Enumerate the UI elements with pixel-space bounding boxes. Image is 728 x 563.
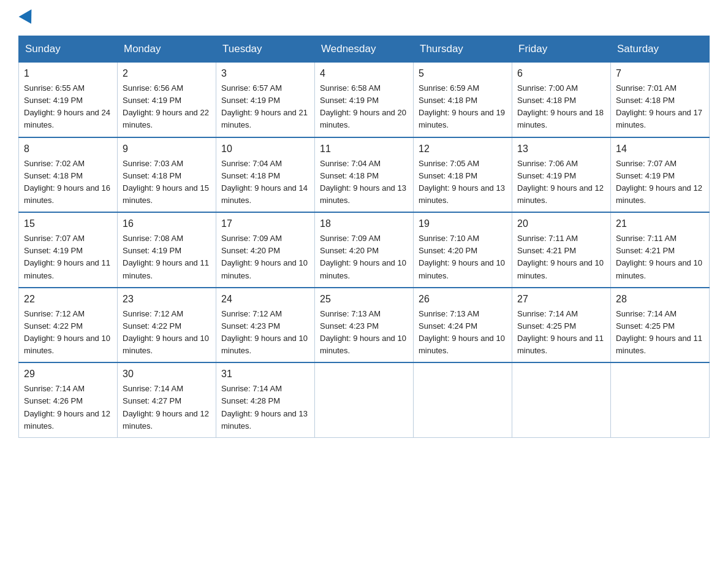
calendar-cell: 9 Sunrise: 7:03 AMSunset: 4:18 PMDayligh…: [118, 137, 216, 213]
day-info: Sunrise: 7:06 AMSunset: 4:19 PMDaylight:…: [517, 159, 604, 205]
day-number: 23: [123, 292, 211, 307]
day-number: 31: [221, 367, 309, 381]
calendar-week-row: 8 Sunrise: 7:02 AMSunset: 4:18 PMDayligh…: [19, 137, 710, 213]
day-number: 17: [221, 216, 309, 231]
day-info: Sunrise: 7:13 AMSunset: 4:23 PMDaylight:…: [320, 309, 406, 355]
day-info: Sunrise: 7:05 AMSunset: 4:18 PMDaylight:…: [419, 159, 505, 205]
day-info: Sunrise: 7:00 AMSunset: 4:18 PMDaylight:…: [517, 83, 604, 129]
calendar-cell: 24 Sunrise: 7:12 AMSunset: 4:23 PMDaylig…: [216, 288, 315, 363]
day-info: Sunrise: 7:11 AMSunset: 4:21 PMDaylight:…: [517, 234, 604, 280]
calendar-cell: 14 Sunrise: 7:07 AMSunset: 4:19 PMDaylig…: [611, 137, 710, 213]
day-info: Sunrise: 7:14 AMSunset: 4:25 PMDaylight:…: [517, 309, 604, 355]
calendar-cell: [512, 362, 611, 437]
calendar-cell: 29 Sunrise: 7:14 AMSunset: 4:26 PMDaylig…: [19, 362, 118, 437]
day-info: Sunrise: 6:57 AMSunset: 4:19 PMDaylight:…: [221, 83, 308, 129]
day-number: 27: [517, 292, 605, 307]
calendar-cell: 26 Sunrise: 7:13 AMSunset: 4:24 PMDaylig…: [414, 288, 512, 363]
day-number: 13: [517, 142, 605, 156]
weekday-header-friday: Friday: [512, 36, 611, 62]
day-number: 10: [221, 142, 309, 156]
day-info: Sunrise: 7:14 AMSunset: 4:26 PMDaylight:…: [24, 384, 110, 430]
day-info: Sunrise: 7:14 AMSunset: 4:28 PMDaylight:…: [221, 384, 308, 430]
calendar-cell: 12 Sunrise: 7:05 AMSunset: 4:18 PMDaylig…: [414, 137, 512, 213]
calendar-cell: 15 Sunrise: 7:07 AMSunset: 4:19 PMDaylig…: [19, 212, 118, 288]
calendar-cell: 8 Sunrise: 7:02 AMSunset: 4:18 PMDayligh…: [19, 137, 118, 213]
calendar-cell: 4 Sunrise: 6:58 AMSunset: 4:19 PMDayligh…: [315, 62, 414, 137]
day-number: 19: [419, 216, 507, 231]
calendar-cell: 13 Sunrise: 7:06 AMSunset: 4:19 PMDaylig…: [512, 137, 611, 213]
day-info: Sunrise: 7:02 AMSunset: 4:18 PMDaylight:…: [24, 159, 110, 205]
day-number: 4: [320, 66, 408, 81]
day-info: Sunrise: 7:12 AMSunset: 4:23 PMDaylight:…: [221, 309, 308, 355]
calendar-cell: 10 Sunrise: 7:04 AMSunset: 4:18 PMDaylig…: [216, 137, 315, 213]
calendar-cell: 1 Sunrise: 6:55 AMSunset: 4:19 PMDayligh…: [19, 62, 118, 137]
day-info: Sunrise: 7:08 AMSunset: 4:19 PMDaylight:…: [123, 234, 209, 280]
day-number: 28: [616, 292, 704, 307]
day-number: 20: [517, 216, 605, 231]
day-number: 29: [24, 367, 112, 381]
weekday-header-saturday: Saturday: [611, 36, 710, 62]
day-info: Sunrise: 6:58 AMSunset: 4:19 PMDaylight:…: [320, 83, 406, 129]
calendar-week-row: 29 Sunrise: 7:14 AMSunset: 4:26 PMDaylig…: [19, 362, 710, 437]
logo-triangle-icon: [19, 9, 38, 27]
day-number: 6: [517, 66, 605, 81]
calendar-cell: 31 Sunrise: 7:14 AMSunset: 4:28 PMDaylig…: [216, 362, 315, 437]
day-info: Sunrise: 7:04 AMSunset: 4:18 PMDaylight:…: [320, 159, 406, 205]
day-number: 16: [123, 216, 211, 231]
day-number: 2: [123, 66, 211, 81]
day-number: 1: [24, 66, 112, 81]
calendar-cell: 11 Sunrise: 7:04 AMSunset: 4:18 PMDaylig…: [315, 137, 414, 213]
day-info: Sunrise: 7:12 AMSunset: 4:22 PMDaylight:…: [24, 309, 110, 355]
calendar-cell: 28 Sunrise: 7:14 AMSunset: 4:25 PMDaylig…: [611, 288, 710, 363]
weekday-header-monday: Monday: [118, 36, 216, 62]
calendar-cell: 21 Sunrise: 7:11 AMSunset: 4:21 PMDaylig…: [611, 212, 710, 288]
calendar-cell: 23 Sunrise: 7:12 AMSunset: 4:22 PMDaylig…: [118, 288, 216, 363]
weekday-header-tuesday: Tuesday: [216, 36, 315, 62]
calendar-cell: 6 Sunrise: 7:00 AMSunset: 4:18 PMDayligh…: [512, 62, 611, 137]
calendar-cell: 2 Sunrise: 6:56 AMSunset: 4:19 PMDayligh…: [118, 62, 216, 137]
day-info: Sunrise: 7:04 AMSunset: 4:18 PMDaylight:…: [221, 159, 308, 205]
day-info: Sunrise: 6:59 AMSunset: 4:18 PMDaylight:…: [419, 83, 505, 129]
calendar-cell: [611, 362, 710, 437]
page-header: [18, 12, 710, 25]
day-info: Sunrise: 7:07 AMSunset: 4:19 PMDaylight:…: [24, 234, 110, 280]
day-info: Sunrise: 6:55 AMSunset: 4:19 PMDaylight:…: [24, 83, 110, 129]
day-number: 11: [320, 142, 408, 156]
calendar-week-row: 1 Sunrise: 6:55 AMSunset: 4:19 PMDayligh…: [19, 62, 710, 137]
day-info: Sunrise: 7:10 AMSunset: 4:20 PMDaylight:…: [419, 234, 505, 280]
day-info: Sunrise: 7:09 AMSunset: 4:20 PMDaylight:…: [221, 234, 308, 280]
day-number: 30: [123, 367, 211, 381]
day-number: 12: [419, 142, 507, 156]
day-number: 7: [616, 66, 704, 81]
day-number: 25: [320, 292, 408, 307]
calendar-cell: 22 Sunrise: 7:12 AMSunset: 4:22 PMDaylig…: [19, 288, 118, 363]
day-info: Sunrise: 7:03 AMSunset: 4:18 PMDaylight:…: [123, 159, 209, 205]
calendar-cell: 18 Sunrise: 7:09 AMSunset: 4:20 PMDaylig…: [315, 212, 414, 288]
day-number: 26: [419, 292, 507, 307]
day-number: 15: [24, 216, 112, 231]
day-info: Sunrise: 7:12 AMSunset: 4:22 PMDaylight:…: [123, 309, 209, 355]
weekday-header-sunday: Sunday: [19, 36, 118, 62]
calendar-cell: 7 Sunrise: 7:01 AMSunset: 4:18 PMDayligh…: [611, 62, 710, 137]
calendar-cell: 17 Sunrise: 7:09 AMSunset: 4:20 PMDaylig…: [216, 212, 315, 288]
calendar-cell: 30 Sunrise: 7:14 AMSunset: 4:27 PMDaylig…: [118, 362, 216, 437]
calendar-cell: 16 Sunrise: 7:08 AMSunset: 4:19 PMDaylig…: [118, 212, 216, 288]
calendar-cell: [315, 362, 414, 437]
day-info: Sunrise: 7:07 AMSunset: 4:19 PMDaylight:…: [616, 159, 702, 205]
weekday-header-wednesday: Wednesday: [315, 36, 414, 62]
day-number: 8: [24, 142, 112, 156]
day-info: Sunrise: 7:01 AMSunset: 4:18 PMDaylight:…: [616, 83, 702, 129]
day-number: 22: [24, 292, 112, 307]
day-number: 21: [616, 216, 704, 231]
weekday-header-row: SundayMondayTuesdayWednesdayThursdayFrid…: [19, 36, 710, 62]
calendar-week-row: 15 Sunrise: 7:07 AMSunset: 4:19 PMDaylig…: [19, 212, 710, 288]
day-info: Sunrise: 7:13 AMSunset: 4:24 PMDaylight:…: [419, 309, 505, 355]
day-number: 24: [221, 292, 309, 307]
day-number: 9: [123, 142, 211, 156]
day-info: Sunrise: 6:56 AMSunset: 4:19 PMDaylight:…: [123, 83, 209, 129]
calendar-cell: 25 Sunrise: 7:13 AMSunset: 4:23 PMDaylig…: [315, 288, 414, 363]
day-info: Sunrise: 7:11 AMSunset: 4:21 PMDaylight:…: [616, 234, 702, 280]
day-number: 14: [616, 142, 704, 156]
logo: [18, 12, 36, 25]
day-info: Sunrise: 7:09 AMSunset: 4:20 PMDaylight:…: [320, 234, 406, 280]
